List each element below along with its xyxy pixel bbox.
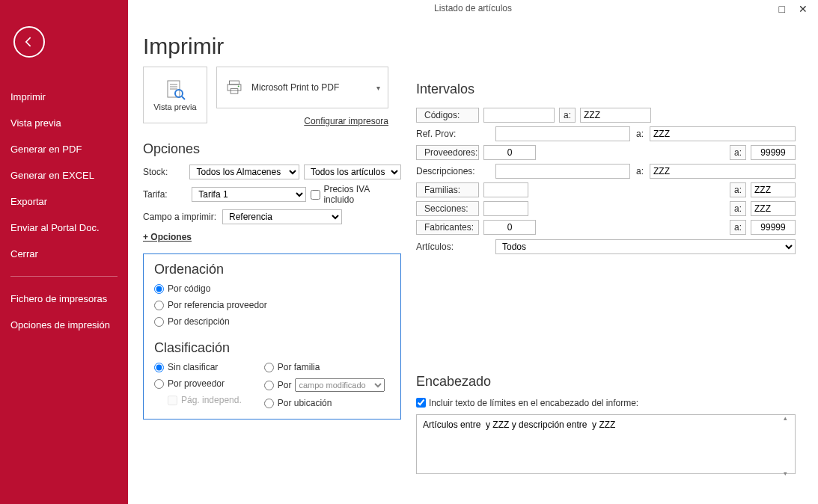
codigos-button[interactable]: Códigos: (416, 108, 479, 123)
sidebar-item-cerrar[interactable]: Cerrar (0, 241, 128, 267)
sidebar-item-imprimir[interactable]: Imprimir (0, 84, 128, 110)
familias-to-input[interactable] (751, 182, 796, 197)
ref-prov-to-input[interactable] (650, 126, 796, 141)
sidebar-item-portal[interactable]: Enviar al Portal Doc. (0, 215, 128, 241)
sidebar: Imprimir Vista previa Generar en PDF Gen… (0, 0, 128, 504)
printer-icon (225, 78, 244, 97)
radio-por-familia[interactable]: Por familia (264, 362, 385, 372)
arrow-left-icon (22, 34, 37, 49)
codigos-to-input[interactable] (580, 108, 651, 123)
sidebar-item-pdf[interactable]: Generar en PDF (0, 136, 128, 162)
svg-line-5 (182, 96, 185, 99)
stock-label: Stock: (143, 167, 185, 177)
familias-button[interactable]: Familias: (416, 182, 479, 197)
config-printer-link[interactable]: Configurar impresora (304, 116, 388, 126)
page-title: Imprimir (143, 34, 796, 59)
svg-rect-6 (230, 81, 239, 84)
mas-opciones-link[interactable]: + Opciones (143, 232, 192, 242)
maximize-icon[interactable]: □ (779, 3, 785, 15)
radio-por-ubicacion[interactable]: Por ubicación (264, 398, 385, 408)
radio-sin-clasificar[interactable]: Sin clasificar (154, 362, 242, 372)
svg-point-9 (238, 85, 239, 87)
proveedores-a-label[interactable]: a: (730, 145, 746, 160)
ordenacion-heading: Ordenación (154, 262, 390, 277)
radio-por-descripcion[interactable]: Por descripción (154, 316, 390, 327)
document-magnify-icon (163, 79, 187, 102)
vista-previa-button[interactable]: Vista previa (143, 67, 207, 123)
sidebar-item-vista-previa[interactable]: Vista previa (0, 110, 128, 136)
radio-por-referencia[interactable]: Por referencia proveedor (154, 300, 390, 310)
window-title: Listado de artículos (128, 3, 818, 13)
campo-modificado-select[interactable]: campo modificado (295, 378, 385, 392)
familias-from-input[interactable] (483, 182, 528, 197)
printer-name: Microsoft Print to PDF (251, 82, 376, 93)
precios-iva-checkbox[interactable]: Precios IVA incluido (311, 184, 401, 205)
secciones-to-input[interactable] (751, 201, 796, 216)
svg-rect-8 (231, 89, 238, 94)
campo-select[interactable]: Referencia (222, 209, 342, 224)
sidebar-item-opciones[interactable]: Opciones de impresión (0, 312, 128, 338)
a-label: a: (635, 129, 645, 139)
fabricantes-button[interactable]: Fabricantes: (416, 220, 479, 235)
chevron-down-icon: ▾ (376, 84, 380, 92)
stock-filter-select[interactable]: Todos los artículos (304, 165, 401, 179)
familias-a-label[interactable]: a: (730, 182, 746, 197)
clasificacion-heading: Clasificación (154, 340, 390, 356)
radio-por-proveedor[interactable]: Por proveedor (154, 378, 242, 389)
opciones-heading: Opciones (143, 141, 401, 157)
tarifa-label: Tarifa: (143, 189, 187, 200)
stock-select[interactable]: Todos los Almacenes (189, 165, 299, 179)
close-icon[interactable]: ✕ (799, 3, 808, 15)
encabezado-heading: Encabezado (416, 374, 796, 390)
radio-por-codigo[interactable]: Por código (154, 283, 390, 294)
descripciones-label: Descripciones: (416, 166, 491, 176)
intervalos-heading: Intervalos (416, 82, 796, 97)
sidebar-item-fichero[interactable]: Fichero de impresoras (0, 286, 128, 312)
svg-rect-7 (228, 84, 241, 90)
ordenacion-panel: Ordenación Por código Por referencia pro… (143, 253, 401, 420)
back-button[interactable] (13, 26, 45, 58)
encabezado-textarea[interactable]: Artículos entre y ZZZ y descripción entr… (416, 414, 796, 474)
descripciones-from-input[interactable] (495, 164, 630, 179)
secciones-a-label[interactable]: a: (730, 201, 746, 216)
codigos-a-label[interactable]: a: (559, 108, 576, 123)
secciones-button[interactable]: Secciones: (416, 201, 479, 216)
proveedores-from-input[interactable] (483, 145, 536, 160)
printer-select[interactable]: Microsoft Print to PDF ▾ (216, 67, 388, 108)
scrollbar-hint: ▴▾ (784, 414, 794, 477)
proveedores-to-input[interactable] (751, 145, 796, 160)
fabricantes-a-label[interactable]: a: (730, 220, 746, 235)
articulos-select[interactable]: Todos (495, 239, 796, 254)
campo-label: Campo a imprimir: (143, 212, 218, 222)
a-label-2: a: (635, 166, 645, 176)
proveedores-button[interactable]: Proveedores: (416, 145, 479, 160)
radio-por-campo[interactable]: Por campo modificado (264, 378, 385, 392)
sidebar-item-exportar[interactable]: Exportar (0, 188, 128, 215)
articulos-label: Artículos: (416, 242, 491, 252)
pag-independ-checkbox[interactable]: Pág. independ. (168, 395, 242, 405)
fabricantes-to-input[interactable] (751, 220, 796, 235)
fabricantes-from-input[interactable] (483, 220, 536, 235)
sidebar-item-excel[interactable]: Generar en EXCEL (0, 162, 128, 188)
descripciones-to-input[interactable] (650, 164, 796, 179)
svg-point-4 (175, 90, 183, 97)
ref-prov-label: Ref. Prov: (416, 129, 491, 139)
secciones-from-input[interactable] (483, 201, 528, 216)
vista-previa-label: Vista previa (153, 102, 196, 111)
incluir-texto-checkbox[interactable]: Incluir texto de límites en el encabezad… (416, 398, 638, 408)
codigos-from-input[interactable] (483, 108, 555, 123)
tarifa-select[interactable]: Tarifa 1 (192, 187, 306, 202)
sidebar-separator (10, 276, 117, 277)
ref-prov-from-input[interactable] (495, 126, 630, 141)
